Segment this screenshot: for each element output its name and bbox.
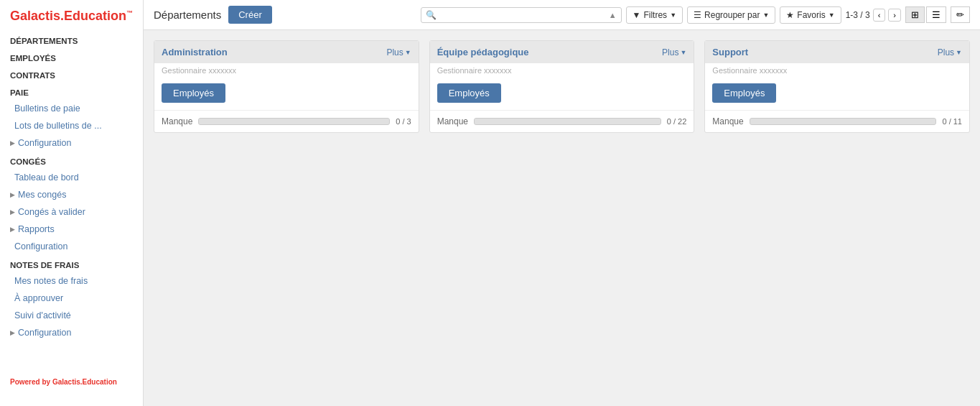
topbar: Départements Créer 🔍 ▲ ▼ Filtres ▼ ☰ Reg… xyxy=(144,0,980,30)
search-icon: 🔍 xyxy=(426,10,437,20)
employes-button-0[interactable]: Employés xyxy=(162,83,225,103)
card-footer-1: Manque 0 / 22 xyxy=(430,110,694,132)
logo-black: Galactis. xyxy=(10,9,64,23)
manque-label-0: Manque xyxy=(162,116,192,126)
card-body-1: Employés xyxy=(430,76,694,110)
group-icon: ☰ xyxy=(694,10,701,20)
card-header-2: Support Plus ▼ xyxy=(705,41,969,63)
sidebar-item-mes-conges[interactable]: ▶ Mes congés xyxy=(0,186,143,203)
sidebar-item-lots-bulletins[interactable]: Lots de bulletins de ... xyxy=(0,117,143,134)
plus-button-1[interactable]: Plus ▼ xyxy=(662,47,686,57)
plus-chevron-1: ▼ xyxy=(680,49,686,56)
chevron-icon-5: ▶ xyxy=(10,329,15,336)
cards-area: Administration Plus ▼ Gestionnaire xxxxx… xyxy=(144,30,980,406)
sidebar-section-conges: CONGÉS xyxy=(0,152,143,169)
dept-name-2[interactable]: Support xyxy=(712,47,748,57)
employes-button-2[interactable]: Employés xyxy=(712,83,776,103)
progress-bar-1 xyxy=(474,118,661,125)
topbar-left: Départements Créer xyxy=(154,6,272,24)
pagination: 1-3 / 3 ‹ › xyxy=(846,9,901,22)
chevron-icon-3: ▶ xyxy=(10,208,15,216)
app-logo: Galactis.Education™ xyxy=(0,0,143,31)
sidebar-section-departements[interactable]: DÉPARTEMENTS xyxy=(0,31,143,48)
progress-text-1: 0 / 22 xyxy=(667,117,687,126)
chevron-icon-2: ▶ xyxy=(10,191,15,198)
card-subtitle-1: Gestionnaire xxxxxxx xyxy=(430,63,694,76)
card-footer-2: Manque 0 / 11 xyxy=(705,110,969,132)
sidebar: Galactis.Education™ DÉPARTEMENTS EMPLOYÉ… xyxy=(0,0,144,406)
sidebar-item-mes-conges-label: Mes congés xyxy=(18,190,66,200)
edit-view-button[interactable]: ✏ xyxy=(951,6,970,23)
manque-label-1: Manque xyxy=(437,116,468,126)
sidebar-section-employes[interactable]: EMPLOYÉS xyxy=(0,48,143,65)
dept-card-0: Administration Plus ▼ Gestionnaire xxxxx… xyxy=(154,40,419,133)
logo-tm: ™ xyxy=(126,9,133,17)
filter-icon: ▼ xyxy=(633,10,641,20)
plus-button-0[interactable]: Plus ▼ xyxy=(386,47,411,57)
sidebar-section-contrats[interactable]: CONTRATS xyxy=(0,65,143,83)
favorites-button[interactable]: ★ Favoris ▼ xyxy=(780,6,841,24)
create-button[interactable]: Créer xyxy=(228,6,272,24)
favorites-chevron: ▼ xyxy=(829,11,835,19)
filters-label: Filtres xyxy=(643,10,667,20)
plus-button-2[interactable]: Plus ▼ xyxy=(938,47,962,57)
progress-text-2: 0 / 11 xyxy=(942,117,962,126)
sidebar-item-config-notes-label: Configuration xyxy=(18,328,71,338)
progress-bar-0 xyxy=(198,118,390,125)
progress-bar-2 xyxy=(750,118,937,125)
filters-chevron: ▼ xyxy=(670,11,676,19)
sidebar-item-conges-valider-label: Congés à valider xyxy=(18,207,85,217)
search-dropdown-icon[interactable]: ▲ xyxy=(609,11,617,19)
sidebar-item-config-notes[interactable]: ▶ Configuration xyxy=(0,324,143,341)
powered-label: Powered by Galactis.Education xyxy=(0,372,143,392)
group-button[interactable]: ☰ Regrouper par ▼ xyxy=(687,6,775,24)
sidebar-item-mes-notes[interactable]: Mes notes de frais xyxy=(0,272,143,290)
chevron-icon-4: ▶ xyxy=(10,226,15,233)
star-icon: ★ xyxy=(786,10,794,20)
dept-card-2: Support Plus ▼ Gestionnaire xxxxxxx Empl… xyxy=(704,40,970,133)
card-body-0: Employés xyxy=(154,76,419,110)
plus-chevron-2: ▼ xyxy=(956,49,962,56)
sidebar-item-suivi-activite[interactable]: Suivi d'activité xyxy=(0,307,143,324)
plus-chevron-0: ▼ xyxy=(405,49,411,56)
pagination-text: 1-3 / 3 xyxy=(846,10,870,20)
card-footer-0: Manque 0 / 3 xyxy=(154,110,419,132)
plus-label-0: Plus xyxy=(386,47,403,57)
manque-label-2: Manque xyxy=(712,116,743,126)
departments-grid: Administration Plus ▼ Gestionnaire xxxxx… xyxy=(154,40,970,133)
sidebar-item-config-paie[interactable]: ▶ Configuration xyxy=(0,134,143,152)
sidebar-item-approuver[interactable]: À approuver xyxy=(0,290,143,307)
chevron-icon: ▶ xyxy=(10,139,15,147)
dept-name-0[interactable]: Administration xyxy=(162,47,228,57)
sidebar-item-tableau-bord[interactable]: Tableau de bord xyxy=(0,169,143,186)
sidebar-item-config-paie-label: Configuration xyxy=(18,138,71,148)
search-input[interactable] xyxy=(437,10,609,20)
group-chevron: ▼ xyxy=(762,11,769,19)
sidebar-item-rapports[interactable]: ▶ Rapports xyxy=(0,221,143,238)
card-subtitle-2: Gestionnaire xxxxxxx xyxy=(705,63,969,76)
grid-view-button[interactable]: ⊞ xyxy=(905,6,925,23)
search-box[interactable]: 🔍 ▲ xyxy=(421,7,622,23)
plus-label-2: Plus xyxy=(938,47,954,57)
list-view-button[interactable]: ☰ xyxy=(926,6,946,23)
progress-text-0: 0 / 3 xyxy=(396,117,411,126)
dept-card-1: Équipe pédagogique Plus ▼ Gestionnaire x… xyxy=(429,40,695,133)
sidebar-item-bulletins-paie[interactable]: Bulletins de paie xyxy=(0,100,143,117)
logo-red: Education xyxy=(64,9,126,23)
card-header-0: Administration Plus ▼ xyxy=(154,41,419,63)
card-subtitle-0: Gestionnaire xxxxxxx xyxy=(154,63,419,76)
plus-label-1: Plus xyxy=(662,47,678,57)
sidebar-item-conges-valider[interactable]: ▶ Congés à valider xyxy=(0,203,143,221)
main-content: Départements Créer 🔍 ▲ ▼ Filtres ▼ ☰ Reg… xyxy=(144,0,980,406)
favorites-label: Favoris xyxy=(797,10,825,20)
dept-name-1[interactable]: Équipe pédagogique xyxy=(437,47,529,57)
prev-page-button[interactable]: ‹ xyxy=(873,9,886,22)
card-body-2: Employés xyxy=(705,76,969,110)
next-page-button[interactable]: › xyxy=(888,9,901,22)
sidebar-item-rapports-label: Rapports xyxy=(18,224,55,234)
sidebar-section-notes-frais: NOTES DE FRAIS xyxy=(0,255,143,272)
filters-button[interactable]: ▼ Filtres ▼ xyxy=(626,6,683,24)
sidebar-item-config-conges[interactable]: Configuration xyxy=(0,238,143,255)
employes-button-1[interactable]: Employés xyxy=(437,83,501,103)
topbar-right: 🔍 ▲ ▼ Filtres ▼ ☰ Regrouper par ▼ ★ Favo… xyxy=(421,6,970,24)
